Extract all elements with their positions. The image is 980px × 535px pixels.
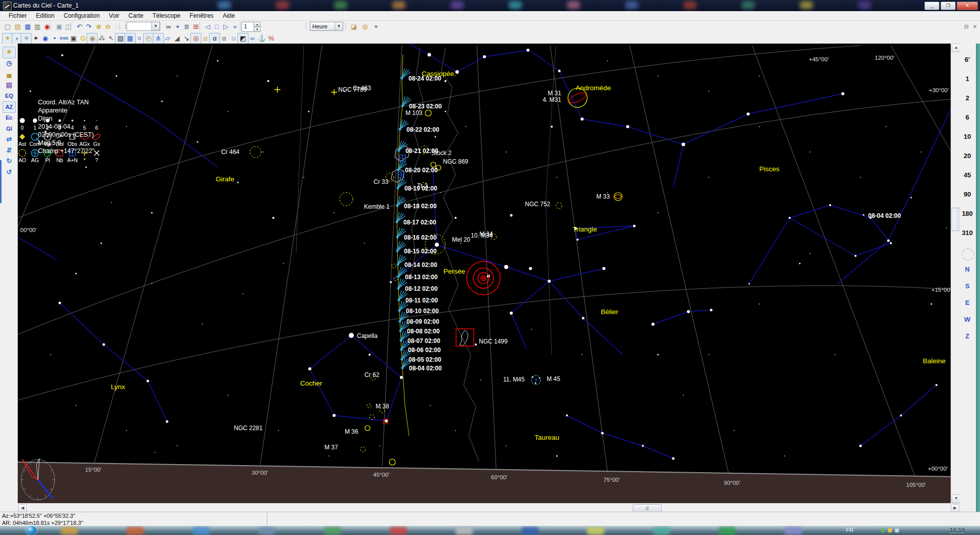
taskbar-app-icon[interactable] [719, 527, 736, 535]
taskbar-clock[interactable]: 16:18 [950, 527, 965, 534]
taskbar-app-icon[interactable] [390, 527, 407, 535]
info-line: Apparente [38, 106, 95, 114]
time-step-spinner[interactable]: ▲▼ [254, 22, 261, 31]
fov-panel: 6'12610204590180310NSEWZ [960, 44, 976, 503]
direction-z[interactable]: Z [960, 330, 975, 342]
fov-6[interactable]: 6 [960, 111, 975, 124]
start-button[interactable] [26, 526, 36, 535]
tray-icon[interactable] [881, 528, 885, 532]
taskbar-app-icon[interactable] [653, 527, 670, 535]
fov-10[interactable]: 10 [960, 131, 975, 143]
fov-180[interactable]: 180 [960, 208, 975, 220]
legend-label: Nb [56, 157, 63, 163]
fov-20[interactable]: 20 [960, 150, 975, 162]
finder-chart-icon[interactable]: ◉ [42, 21, 53, 32]
minimize-button[interactable]: _ [924, 2, 940, 10]
altitude-gridline [18, 99, 951, 334]
windows-taskbar[interactable]: FR 16:18 [0, 526, 980, 535]
menu-voir[interactable]: Voir [104, 11, 124, 20]
zoom-icon[interactable]: ◌ [111, 21, 123, 32]
side-notes-icon[interactable]: ▤ [3, 80, 16, 91]
menu-fichier[interactable]: Fichier [4, 11, 31, 20]
fov-2[interactable]: 2 [960, 92, 975, 104]
taskbar-app-icon[interactable] [192, 527, 210, 535]
azimuth-gridline [752, 46, 916, 480]
flip-vertical-icon[interactable]: ⇵ [3, 145, 16, 157]
proportion-icon[interactable]: % [266, 33, 277, 44]
taskbar-app-icon[interactable] [324, 527, 341, 535]
redo-icon[interactable]: ↷ [83, 21, 94, 32]
horizontal-scrollbar[interactable]: ◀ ||| ▶ [18, 503, 960, 512]
telescope-slew-icon[interactable]: ⌖ [371, 21, 382, 32]
title-bar[interactable]: Cartes du Ciel - Carte_1 _ ❐ ✕ [0, 0, 980, 11]
star [535, 383, 537, 384]
taskbar-app-icon[interactable] [61, 527, 78, 535]
language-indicator[interactable]: FR [846, 527, 853, 533]
taskbar-app-icon[interactable] [521, 527, 539, 535]
menu-configuration[interactable]: Configuration [59, 11, 104, 20]
coord-eq-button[interactable]: EQ [3, 90, 16, 102]
coord-gl-button[interactable]: Gl [3, 123, 16, 135]
tray-icon[interactable] [895, 528, 899, 532]
direction-n[interactable]: N [960, 263, 975, 276]
star [283, 263, 284, 264]
spin-down-icon[interactable]: ▼ [254, 27, 261, 32]
rotate-cw-icon[interactable]: ↻ [3, 156, 16, 167]
star [860, 445, 862, 447]
side-horizon-icon[interactable]: ▄ [3, 68, 16, 80]
side-stars-icon[interactable]: ✶ [3, 47, 16, 58]
multi-window-icon[interactable]: ◫ [63, 21, 74, 32]
coord-ec-button[interactable]: Ec [3, 112, 16, 124]
maximize-button[interactable]: ❐ [941, 2, 956, 10]
fov-45[interactable]: 45 [960, 169, 975, 181]
menu-télescope[interactable]: Télescope [148, 11, 185, 20]
menu-carte[interactable]: Carte [124, 11, 148, 20]
open-folder-icon[interactable]: ▤ [12, 21, 23, 32]
star [147, 380, 149, 383]
new-icon[interactable]: ▢ [2, 21, 13, 32]
close-button[interactable]: ✕ [957, 2, 978, 10]
moon-fov-icon[interactable] [962, 248, 974, 260]
taskbar-app-icon[interactable] [587, 527, 604, 535]
fov-310[interactable]: 310 [960, 227, 975, 239]
chevron-down-icon[interactable]: ▼ [151, 22, 159, 30]
comet-date-label: 08-10 02:00 [406, 308, 439, 315]
m45-cross [535, 378, 538, 381]
taskbar-app-icon[interactable] [127, 527, 144, 535]
direction-w[interactable]: W [960, 314, 975, 326]
star [445, 111, 446, 112]
eraser-icon[interactable]: ◪ [348, 21, 359, 32]
app-icon [3, 2, 12, 10]
taskbar-app-icon[interactable] [456, 527, 473, 535]
menu-edition[interactable]: Edition [31, 11, 59, 20]
chevron-down-icon[interactable]: ▼ [335, 22, 343, 30]
spin-up-icon[interactable]: ▲ [254, 22, 261, 27]
fov-6m[interactable]: 6' [960, 54, 975, 66]
tray-icon[interactable] [888, 528, 892, 532]
fov-1[interactable]: 1 [960, 73, 975, 85]
taskbar-app-icon[interactable] [258, 527, 275, 535]
close-pane-icon[interactable]: ✕ [969, 21, 980, 32]
rotate-ccw-icon[interactable]: ↺ [3, 167, 16, 178]
coord-az-button[interactable]: AZ [3, 101, 16, 113]
sky-chart-canvas[interactable]: 08-24 02:0008-23 02:0008-22 02:0008-21 0… [18, 44, 951, 503]
menu-fenêtres[interactable]: Fenêtres [185, 11, 218, 20]
direction-s[interactable]: S [960, 280, 975, 292]
play-forward-icon[interactable]: » [229, 21, 240, 32]
star [103, 343, 105, 346]
object-combo[interactable]: ▼ [127, 22, 160, 31]
flip-horizontal-icon[interactable]: ⇄ [3, 134, 16, 145]
center-cursor-icon[interactable]: ◎ [359, 21, 371, 32]
sidebar-indicator [0, 160, 2, 203]
time-unit-combo[interactable]: Heure▼ [310, 22, 343, 31]
fov-90[interactable]: 90 [960, 188, 975, 201]
star [510, 312, 513, 315]
sky-chart[interactable]: 08-24 02:0008-23 02:0008-22 02:0008-21 0… [18, 44, 951, 503]
object-label: Stock 2 [431, 149, 452, 157]
menu-aide[interactable]: Aide [218, 11, 239, 20]
vertical-scrollbar[interactable]: ▲ ▼ [951, 44, 960, 503]
direction-e[interactable]: E [960, 297, 975, 309]
taskbar-app-icon[interactable] [785, 527, 802, 535]
star [242, 293, 243, 294]
side-time-icon[interactable]: ◷ [3, 58, 16, 69]
